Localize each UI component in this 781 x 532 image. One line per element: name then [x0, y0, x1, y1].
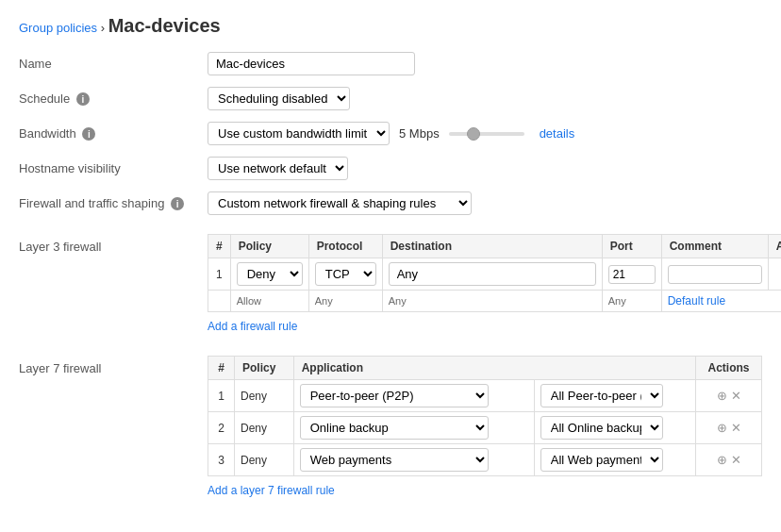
firewall-shaping-row: Firewall and traffic shaping i Custom ne…	[19, 186, 762, 221]
layer7-section: Layer 7 firewall # Policy Application Ac…	[19, 350, 762, 503]
l7-row3-scope: All Web payments	[534, 444, 695, 476]
l7-row1-num: 1	[208, 380, 235, 412]
l7-row3-num: 3	[208, 444, 235, 476]
bandwidth-select[interactable]: Use custom bandwidth limit Use network d…	[208, 122, 390, 145]
l3-col-comment: Comment	[661, 235, 768, 258]
bandwidth-slider-container	[449, 132, 524, 136]
l7-app-select-1[interactable]: Peer-to-peer (P2P) Online backup Web pay…	[300, 384, 489, 407]
layer3-section: Layer 3 firewall # Policy Protocol Desti…	[19, 228, 762, 339]
firewall-info-icon[interactable]: i	[171, 197, 184, 210]
l3-row1-action-icons: ⊕ ✕	[774, 267, 781, 281]
l7-row3-actions: ⊕ ✕	[696, 444, 762, 476]
firewall-shaping-select[interactable]: Custom network firewall & shaping rules …	[208, 191, 472, 215]
l7-row1-scope: All Peer-to-peer (P2P)	[534, 380, 695, 412]
breadcrumb-parent-link[interactable]: Group policies	[19, 21, 97, 35]
l7-row3-policy: Deny	[235, 444, 294, 476]
name-row: Name	[19, 46, 762, 81]
bandwidth-label: Bandwidth i	[19, 126, 208, 141]
l7-row1-app: Peer-to-peer (P2P) Online backup Web pay…	[293, 380, 534, 412]
schedule-row: Schedule i Scheduling disabled Always Cu…	[19, 81, 762, 116]
l7-scope-select-1[interactable]: All Peer-to-peer (P2P)	[540, 384, 663, 407]
l7-row1-policy: Deny	[235, 380, 294, 412]
table-row: 1 Deny Peer-to-peer (P2P) Online backup …	[208, 380, 762, 412]
layer3-table-wrapper: # Policy Protocol Destination Port Comme…	[208, 234, 781, 333]
l3-col-protocol: Protocol	[308, 235, 382, 258]
l3-subrow-destination: Any	[382, 291, 602, 312]
bandwidth-controls: Use custom bandwidth limit Use network d…	[208, 122, 574, 145]
schedule-select[interactable]: Scheduling disabled Always Custom	[208, 87, 350, 110]
table-row: 2 Deny Peer-to-peer (P2P) Online backup …	[208, 412, 762, 444]
l7-scope-select-2[interactable]: All Online backup	[540, 416, 663, 440]
name-input[interactable]	[208, 52, 415, 75]
l3-row1-protocol: TCP UDP Any	[308, 258, 382, 291]
l3-col-num: #	[208, 235, 231, 258]
l3-subrow-protocol: Any	[308, 291, 382, 312]
l7-row3-action-icons: ⊕ ✕	[702, 453, 756, 467]
l7-row2-action-icons: ⊕ ✕	[702, 421, 756, 435]
l3-subrow-policy: Allow	[230, 291, 308, 312]
layer3-label: Layer 3 firewall	[19, 234, 208, 254]
l7-row2-policy: Deny	[235, 412, 294, 444]
bandwidth-slider[interactable]	[449, 132, 524, 136]
drag-icon[interactable]: ⊕	[717, 421, 727, 435]
l3-destination-input[interactable]	[389, 262, 596, 286]
l3-col-policy: Policy	[230, 235, 308, 258]
layer7-label: Layer 7 firewall	[19, 356, 208, 375]
l3-protocol-select[interactable]: TCP UDP Any	[315, 262, 376, 286]
hostname-select[interactable]: Use network default Visible Hidden	[208, 157, 348, 180]
l3-comment-input[interactable]	[668, 265, 762, 284]
l3-row1-destination	[382, 258, 602, 291]
add-l7-rule-link[interactable]: Add a layer 7 firewall rule	[208, 484, 335, 497]
l7-row2-num: 2	[208, 412, 235, 444]
l3-subrow: Allow Any Any Any Default rule	[208, 291, 782, 312]
bandwidth-mbps-label: 5 Mbps	[399, 126, 440, 141]
table-row: 3 Deny Peer-to-peer (P2P) Online backup …	[208, 444, 762, 476]
l7-app-select-3[interactable]: Peer-to-peer (P2P) Online backup Web pay…	[300, 448, 489, 472]
l3-policy-select[interactable]: Deny Allow	[237, 262, 303, 286]
breadcrumb-separator: ›	[101, 21, 105, 35]
default-rule-label: Default rule	[668, 294, 725, 308]
l7-col-num: #	[208, 357, 235, 380]
layer7-table: # Policy Application Actions 1 Deny Peer…	[208, 356, 762, 476]
l3-subrow-num	[208, 291, 231, 312]
hostname-label: Hostname visibility	[19, 161, 208, 175]
l7-app-select-2[interactable]: Peer-to-peer (P2P) Online backup Web pay…	[300, 416, 489, 440]
l3-col-port: Port	[602, 235, 661, 258]
table-row: 1 Deny Allow TCP UDP Any	[208, 258, 782, 291]
schedule-label: Schedule i	[19, 91, 208, 107]
l3-row1-actions: ⊕ ✕	[768, 258, 781, 291]
l7-col-actions: Actions	[696, 357, 762, 380]
firewall-shaping-label: Firewall and traffic shaping i	[19, 196, 208, 211]
l3-row1-port	[602, 258, 661, 291]
bandwidth-row: Bandwidth i Use custom bandwidth limit U…	[19, 116, 762, 151]
l3-row1-comment	[661, 258, 768, 291]
delete-icon[interactable]: ✕	[731, 453, 741, 467]
page-title: Mac-devices	[108, 15, 221, 36]
l7-row2-actions: ⊕ ✕	[696, 412, 762, 444]
l7-scope-select-3[interactable]: All Web payments	[540, 448, 663, 472]
l7-row2-app: Peer-to-peer (P2P) Online backup Web pay…	[293, 412, 534, 444]
name-label: Name	[19, 57, 208, 71]
layer3-table: # Policy Protocol Destination Port Comme…	[208, 234, 781, 312]
l3-subrow-port: Any	[602, 291, 661, 312]
breadcrumb: Group policies › Mac-devices	[19, 15, 762, 37]
schedule-info-icon[interactable]: i	[76, 92, 90, 106]
bandwidth-info-icon[interactable]: i	[82, 127, 95, 141]
l3-port-input[interactable]	[608, 265, 656, 284]
l7-col-application: Application	[293, 357, 695, 380]
l3-row1-policy: Deny Allow	[230, 258, 308, 291]
delete-icon[interactable]: ✕	[731, 421, 741, 435]
l7-row1-action-icons: ⊕ ✕	[702, 389, 756, 403]
drag-icon[interactable]: ⊕	[717, 453, 727, 467]
add-l3-rule-link[interactable]: Add a firewall rule	[208, 320, 297, 333]
bandwidth-details-link[interactable]: details	[540, 126, 575, 141]
delete-icon[interactable]: ✕	[731, 389, 741, 403]
layer7-table-wrapper: # Policy Application Actions 1 Deny Peer…	[208, 356, 762, 497]
l7-col-policy: Policy	[235, 357, 294, 380]
l7-row1-actions: ⊕ ✕	[696, 380, 762, 412]
l3-col-destination: Destination	[382, 235, 602, 258]
l7-row3-app: Peer-to-peer (P2P) Online backup Web pay…	[293, 444, 534, 476]
l3-row1-num: 1	[208, 258, 231, 291]
drag-icon[interactable]: ⊕	[717, 389, 727, 403]
hostname-row: Hostname visibility Use network default …	[19, 151, 762, 186]
